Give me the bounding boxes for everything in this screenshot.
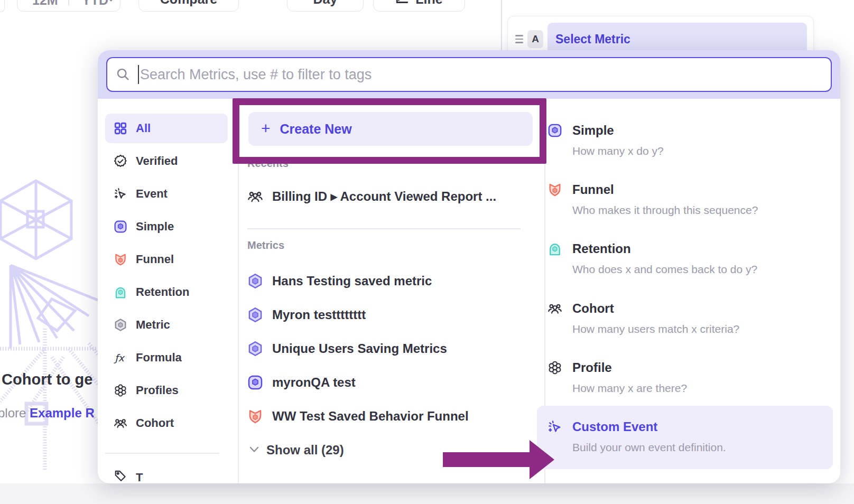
profiles-icon [547,360,562,375]
custom-event-icon [547,419,562,434]
text-cursor [138,65,139,84]
type-title: Funnel [572,182,614,197]
compare-label: Compare [160,0,217,7]
drag-handle-icon[interactable] [515,35,523,43]
sidebar-item-cohort[interactable]: Cohort [98,408,238,438]
sidebar-item-label: Formula [136,351,182,365]
cohort-icon [247,189,263,204]
formula-icon: ƒx [114,351,127,365]
sidebar-divider [105,453,219,454]
sidebar-item-label: All [136,122,151,135]
sidebar-item-label: Verified [136,154,178,168]
example-link[interactable]: Example R [30,406,95,420]
sidebar-item-simple[interactable]: Simple [98,212,238,241]
sidebar-item-formula[interactable]: ƒx Formula [98,343,238,372]
metric-list-item[interactable]: Myron testttttttt [240,300,536,330]
metric-item-label: Unique Users Saving Metrics [272,341,447,356]
sidebar-item-label: Event [136,187,168,201]
annotation-highlight-box [233,98,546,164]
funnel-icon [247,408,263,424]
segment-divider [68,0,69,6]
metric-list-item[interactable]: WW Test Saved Behavior Funnel [240,402,536,431]
metric-hex-icon [247,307,263,323]
sidebar-item-label: Simple [136,220,174,234]
sidebar-item-profiles[interactable]: Profiles [98,376,238,405]
metric-list-item[interactable]: Unique Users Saving Metrics [240,334,536,363]
type-item-retention[interactable]: Retention Who does x and comes back to d… [544,241,840,284]
panel-divider [501,0,502,50]
range-12m-label[interactable]: 12M [32,0,58,8]
show-all-button[interactable]: Show all (29) [240,435,399,465]
metric-item-label: Hans Testing saved metric [272,274,432,288]
compare-button[interactable]: Compare [138,0,239,12]
sidebar-item-verified[interactable]: Verified [98,146,238,176]
recent-item[interactable]: Billing ID ▸ Account Viewed Report ... [240,182,536,211]
funnel-icon [547,182,562,197]
line-label: Line [415,0,442,7]
sidebar-item-retention[interactable]: Retention [98,277,238,307]
sidebar-item-event[interactable]: Event [98,179,238,209]
page-footer-strip [0,483,854,504]
cohort-icon [114,416,127,430]
recent-item-label: Billing ID ▸ Account Viewed Report ... [272,189,496,204]
sidebar-item-partial[interactable]: T [98,468,238,483]
type-item-funnel[interactable]: Funnel Who makes it through this sequenc… [544,182,840,225]
sidebar-item-label: Metric [136,318,170,332]
select-metric-label: Select Metric [555,32,630,46]
chevron-down-icon [249,445,259,455]
day-button[interactable]: Day [287,0,364,12]
type-desc: How many users match x criteria? [572,323,739,335]
chevron-down-icon [107,0,115,5]
sidebar-item-metric[interactable]: Metric [98,310,238,340]
metric-item-label: WW Test Saved Behavior Funnel [272,409,469,424]
type-title: Custom Event [572,419,657,434]
type-desc: Build your own event definition. [572,441,726,454]
sidebar-item-label: Cohort [136,416,174,430]
date-range-group[interactable]: 12M YTD [17,0,120,12]
retention-icon [547,241,562,256]
metric-item-label: Myron testttttttt [272,307,366,322]
retention-icon [114,285,127,299]
type-title: Profile [572,360,612,375]
type-item-profile[interactable]: Profile How many x are there? [544,360,840,403]
event-icon [114,187,127,201]
type-item-simple[interactable]: Simple How many x do y? [544,123,840,165]
annotation-arrow [443,452,531,467]
type-item-custom-event[interactable]: Custom Event Build your own event defini… [544,419,840,462]
simple-icon [114,220,127,234]
sidebar-item-label: T [136,471,143,483]
line-chart-icon [395,0,409,9]
metric-icon [114,318,127,332]
range-ytd-label[interactable]: YTD [82,0,108,8]
tag-icon [114,469,127,482]
modal-header [98,50,840,99]
sidebar-item-label: Funnel [136,253,174,266]
type-title: Cohort [572,301,614,316]
toolbar-edge-fragment [0,0,5,12]
line-button[interactable]: Line [373,0,465,12]
sidebar-item-label: Profiles [136,384,179,397]
empty-state-explore-fragment: xplore Example R [0,406,98,421]
day-label: Day [313,0,338,7]
metrics-section-label: Metrics [247,239,284,251]
profiles-icon [114,384,127,397]
search-box[interactable] [106,57,832,92]
svg-text:ƒx: ƒx [114,352,125,363]
type-desc: How many x are there? [572,382,687,395]
search-icon [116,67,131,82]
sidebar-item-all[interactable]: All [105,114,228,143]
metric-list-item[interactable]: Hans Testing saved metric [240,266,536,296]
sidebar-item-funnel[interactable]: Funnel [98,245,238,274]
type-item-cohort[interactable]: Cohort How many users match x criteria? [544,301,840,343]
type-title: Retention [572,241,631,256]
metric-list-item[interactable]: myronQA test [240,368,536,397]
metric-hex-icon [247,273,263,289]
headline-text: or Cohort to ge [0,371,92,388]
funnel-icon [114,253,127,266]
sidebar-item-label: Retention [136,285,189,299]
show-all-label: Show all (29) [266,443,344,458]
metrics-section-divider [247,228,521,229]
search-input[interactable] [140,58,831,91]
simple-icon [247,375,263,390]
type-desc: Who does x and comes back to do y? [572,263,757,276]
